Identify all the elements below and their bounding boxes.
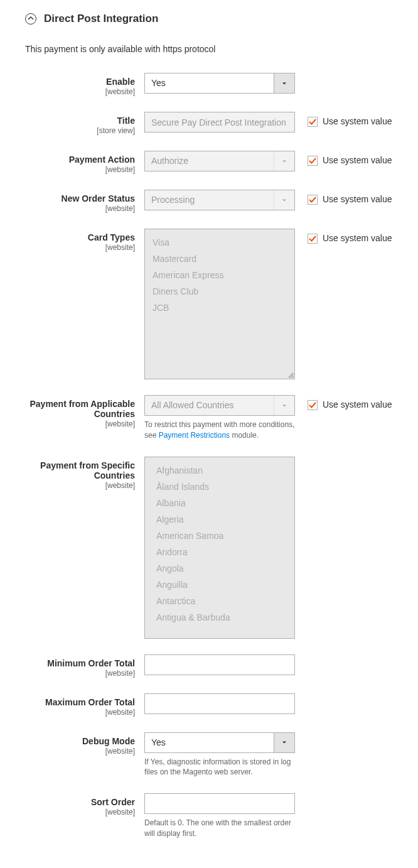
debug-mode-label: Debug Mode [website]	[19, 732, 144, 756]
list-item: JCB	[153, 300, 287, 316]
title-input	[144, 112, 295, 133]
card-types-label: Card Types [website]	[19, 229, 144, 252]
select-value: Authorize	[145, 151, 274, 171]
select-value: All Allowed Countries	[145, 396, 274, 415]
field-title: Title [store view] Use system value	[19, 112, 399, 135]
payment-action-select: Authorize	[144, 151, 295, 171]
scope-text: [website]	[19, 204, 135, 213]
label-text: Payment from Specific Countries	[19, 460, 135, 480]
field-new-order-status: New Order Status [website] Processing Us…	[19, 190, 399, 213]
label-text: Maximum Order Total	[19, 697, 135, 707]
resize-handle-icon	[286, 371, 294, 378]
chevron-down-icon	[274, 190, 294, 210]
payment-specific-label: Payment from Specific Countries [website…	[19, 457, 144, 490]
list-item: Åland Islands	[156, 479, 283, 495]
collapse-icon	[25, 13, 36, 24]
scope-text: [website]	[19, 808, 135, 816]
enable-select[interactable]: Yes	[144, 73, 295, 94]
section-title: Direct Post Integration	[44, 13, 158, 25]
list-item: Mastercard	[153, 251, 287, 267]
scope-text: [website]	[19, 165, 135, 174]
field-payment-applicable: Payment from Applicable Countries [websi…	[19, 395, 399, 441]
list-item: American Samoa	[156, 528, 283, 544]
use-system-checkbox[interactable]	[308, 117, 318, 127]
max-order-label: Maximum Order Total [website]	[19, 693, 144, 717]
chevron-down-icon	[274, 73, 294, 93]
payment-applicable-select: All Allowed Countries	[144, 395, 295, 416]
field-min-order: Minimum Order Total [website]	[19, 654, 399, 678]
label-text: Payment Action	[19, 155, 135, 165]
scope-text: [website]	[19, 243, 135, 252]
payment-specific-multiselect: Afghanistan Åland Islands Albania Algeri…	[144, 457, 295, 639]
scope-text: [website]	[19, 669, 135, 678]
list-item: American Express	[153, 267, 287, 283]
field-card-types: Card Types [website] Visa Mastercard Ame…	[19, 229, 399, 379]
payment-applicable-label: Payment from Applicable Countries [websi…	[19, 395, 144, 428]
select-value: Processing	[145, 190, 274, 210]
checkbox-label: Use system value	[323, 232, 392, 244]
list-item: Anguilla	[156, 577, 283, 593]
help-text: module.	[230, 431, 259, 440]
list-item: Afghanistan	[156, 462, 283, 479]
chevron-down-icon	[274, 151, 294, 171]
use-system-checkbox[interactable]	[308, 400, 318, 410]
label-text: Title	[19, 116, 135, 126]
chevron-down-icon	[274, 733, 294, 752]
list-item: Albania	[156, 495, 283, 511]
min-order-input[interactable]	[144, 654, 295, 675]
new-order-status-select: Processing	[144, 190, 295, 210]
scope-text: [website]	[19, 708, 135, 717]
min-order-label: Minimum Order Total [website]	[19, 654, 144, 678]
list-item: Visa	[153, 234, 287, 251]
scope-text: [website]	[19, 481, 135, 490]
payment-restrictions-link[interactable]: Payment Restrictions	[159, 431, 230, 440]
enable-label: Enable [website]	[19, 73, 144, 96]
checkbox-label: Use system value	[323, 193, 392, 205]
list-item: Angola	[156, 560, 283, 577]
list-item: Antigua & Barbuda	[156, 609, 283, 626]
scope-text: [website]	[19, 747, 135, 756]
chevron-down-icon	[274, 396, 294, 415]
label-text: New Order Status	[19, 193, 135, 203]
https-notice: This payment is only available with http…	[19, 44, 399, 54]
field-payment-action: Payment Action [website] Authorize Use s…	[19, 151, 399, 174]
list-item: Algeria	[156, 511, 283, 528]
debug-mode-select[interactable]: Yes	[144, 732, 295, 753]
label-text: Enable	[19, 77, 135, 87]
use-system-checkbox[interactable]	[308, 195, 318, 205]
list-item: Diners Club	[153, 283, 287, 300]
use-system-checkbox[interactable]	[308, 234, 318, 244]
list-item: Andorra	[156, 544, 283, 560]
label-text: Card Types	[19, 232, 135, 242]
label-text: Sort Order	[19, 797, 135, 807]
scope-text: [store view]	[19, 126, 135, 135]
new-order-status-label: New Order Status [website]	[19, 190, 144, 213]
field-debug-mode: Debug Mode [website] Yes If Yes, diagnos…	[19, 732, 399, 778]
card-types-multiselect: Visa Mastercard American Express Diners …	[144, 229, 295, 379]
checkbox-label: Use system value	[323, 155, 392, 166]
section-header[interactable]: Direct Post Integration	[19, 13, 399, 25]
field-sort-order: Sort Order [website] Default is 0. The o…	[19, 793, 399, 839]
select-value: Yes	[145, 733, 274, 752]
label-text: Minimum Order Total	[19, 658, 135, 668]
list-item: Antarctica	[156, 593, 283, 609]
help-note: If Yes, diagnostic information is stored…	[144, 757, 295, 778]
label-text: Payment from Applicable Countries	[19, 399, 135, 419]
field-enable: Enable [website] Yes	[19, 73, 399, 96]
sort-order-label: Sort Order [website]	[19, 793, 144, 816]
select-value: Yes	[145, 73, 274, 93]
payment-action-label: Payment Action [website]	[19, 151, 144, 174]
field-payment-specific: Payment from Specific Countries [website…	[19, 457, 399, 639]
use-system-checkbox[interactable]	[308, 156, 318, 166]
checkbox-label: Use system value	[323, 399, 392, 410]
field-max-order: Maximum Order Total [website]	[19, 693, 399, 717]
label-text: Debug Mode	[19, 736, 135, 746]
scope-text: [website]	[19, 420, 135, 428]
checkbox-label: Use system value	[323, 116, 392, 127]
help-note: Default is 0. The one with the smallest …	[144, 818, 295, 839]
help-note: To restrict this payment with more condi…	[144, 420, 295, 441]
title-label: Title [store view]	[19, 112, 144, 135]
max-order-input[interactable]	[144, 693, 295, 714]
scope-text: [website]	[19, 87, 135, 96]
sort-order-input[interactable]	[144, 793, 295, 814]
